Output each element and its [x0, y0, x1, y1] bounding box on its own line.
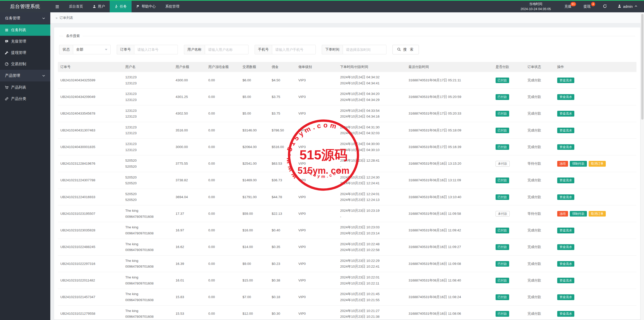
- frozen-cell: 0.00: [206, 172, 240, 189]
- order-status-cell: 完成付款: [525, 122, 555, 138]
- action-button-freeze[interactable]: 冻结: [557, 161, 568, 167]
- user-name-filter: 用户名称: [184, 45, 249, 54]
- user-cell: 123123123123: [123, 139, 173, 155]
- nav-item-system[interactable]: 系统管理: [160, 1, 184, 12]
- table-row: UB24102404300018351231231231233000.000.0…: [58, 139, 636, 155]
- person-icon: [618, 4, 621, 9]
- recharge-badge: 91: [571, 2, 576, 6]
- frozen-cell: 0.00: [206, 155, 240, 172]
- action-button-freeze[interactable]: 冻结: [557, 211, 568, 217]
- action-button-fund-flow[interactable]: 资金流水: [557, 244, 574, 250]
- sidebar-item-product-list[interactable]: 产品列表: [0, 82, 50, 93]
- header: 后台管理系统 后台首页用户任务帮助中心系统管理 当地时间 2024-10-24 …: [0, 1, 644, 12]
- breadcrumb-label: 订单列表: [60, 16, 73, 20]
- paid-status-badge: 已付款: [496, 311, 509, 317]
- action-button-fund-flow[interactable]: 资金流水: [557, 311, 574, 317]
- action-button-fund-flow[interactable]: 资金流水: [557, 94, 574, 100]
- action-button-fund-flow[interactable]: 资金流水: [557, 111, 574, 117]
- scrollbar-thumb[interactable]: [641, 14, 643, 120]
- action-button-fund-flow[interactable]: 资金流水: [557, 144, 574, 150]
- order-status-cell: 完成付款: [525, 255, 555, 272]
- action-button-fund-flow[interactable]: 资金流水: [557, 78, 574, 83]
- hamburger-icon: [55, 5, 59, 9]
- nav-item-tasks[interactable]: 任务: [110, 1, 132, 12]
- user-menu[interactable]: admin: [613, 1, 644, 12]
- paid-status-badge: 已付款: [496, 94, 509, 100]
- user-name-input[interactable]: [205, 48, 248, 52]
- order-no-input[interactable]: [134, 48, 178, 52]
- recharge-button[interactable]: 充值 91: [558, 1, 578, 12]
- action-button-fund-flow[interactable]: 资金流水: [557, 128, 574, 133]
- action-button-fund-flow[interactable]: 资金流水: [557, 261, 574, 267]
- user-cell: 520520520520: [123, 172, 173, 189]
- refresh-button[interactable]: [597, 1, 613, 12]
- actions-cell: 冻结强制付款取消订单: [555, 205, 636, 222]
- level-cell: VIP0: [296, 289, 338, 305]
- action-button-force-pay[interactable]: 强制付款: [570, 161, 587, 167]
- action-button-cancel-order[interactable]: 取消订单: [589, 161, 606, 167]
- sidebar-item-trade-control[interactable]: 交易控制: [0, 58, 50, 70]
- vertical-scrollbar[interactable]: [640, 12, 644, 320]
- nav-item-users[interactable]: 用户: [88, 1, 110, 12]
- nav-item-home[interactable]: 后台首页: [64, 1, 88, 12]
- order-time-cell: 2024年10月24日 04:34:322024年10月24日 04:34:41: [338, 72, 406, 89]
- order-no-cell: UB2410240430001835: [58, 139, 123, 155]
- order-no-cell: UB2410231023195507: [58, 205, 123, 222]
- last-pay-cell: 31688740531年08月16日 11:09:42: [406, 222, 493, 239]
- status-filter: 状态 全部: [59, 45, 111, 54]
- sidebar-group-task-management[interactable]: 任务管理: [0, 12, 50, 24]
- user-cell: 123123123123: [123, 105, 173, 122]
- balance-cell: 15.53: [173, 305, 206, 319]
- order-no-cell: UB2410231224307788: [58, 172, 123, 189]
- last-pay-cell: 31688740531年08月16日 11:08:24: [406, 289, 493, 305]
- sidebar-item-product-category[interactable]: 产品分类: [0, 93, 50, 104]
- action-button-fund-flow[interactable]: 资金流水: [557, 294, 574, 300]
- menu-toggle[interactable]: [50, 1, 64, 12]
- order-no-cell: UB2410231022297316: [58, 255, 123, 272]
- order-status-cell: 等待付款: [525, 155, 555, 172]
- sidebar-group-product-management[interactable]: 产品管理: [0, 70, 50, 82]
- order-status-cell: 完成付款: [525, 222, 555, 239]
- action-button-fund-flow[interactable]: 资金流水: [557, 278, 574, 283]
- sidebar-item-withdraw-management[interactable]: 提现管理: [0, 47, 50, 58]
- frozen-cell: 0.00: [206, 72, 240, 89]
- actions-cell: 冻结强制付款取消订单: [555, 155, 636, 172]
- withdraw-button[interactable]: 提现 4: [578, 1, 597, 12]
- cart-icon: [5, 86, 9, 89]
- actions-cell: 资金流水: [555, 122, 636, 138]
- search-button[interactable]: 搜 索: [392, 45, 419, 54]
- last-pay-cell: 31688740531年08月16日 11:08:06: [406, 305, 493, 319]
- order-no-label: 订单号: [117, 45, 134, 54]
- phone-input[interactable]: [272, 48, 315, 52]
- commission-cell: $63.53: [269, 155, 296, 172]
- amount-cell: $9.00: [240, 255, 269, 272]
- order-no-cell: UB2410231022488245: [58, 239, 123, 255]
- frozen-cell: 0.00: [206, 272, 240, 289]
- nav-item-help-center[interactable]: 帮助中心: [132, 1, 160, 12]
- table-row: UB2410231022488245The king00964780970160…: [58, 239, 636, 255]
- action-button-cancel-order[interactable]: 取消订单: [589, 211, 606, 217]
- action-button-fund-flow[interactable]: 资金流水: [557, 177, 574, 183]
- link-icon: [5, 97, 9, 101]
- order-time-cell: 2024年10月24日 04:31:302024年10月24日 04:32:03: [338, 122, 406, 138]
- table-row: UB2410231021457347The king00964780970160…: [58, 289, 636, 305]
- main-content: » 订单列表 条件搜索 状态 全部 订单号用户名称手机号下单时间 搜: [50, 12, 644, 320]
- sidebar-item-task-list[interactable]: 任务列表: [0, 24, 50, 36]
- table-row: UB2410231022011482The king00964780970160…: [58, 272, 636, 289]
- column-header: 用户名: [123, 62, 173, 72]
- action-button-fund-flow[interactable]: 资金流水: [557, 228, 574, 233]
- action-button-force-pay[interactable]: 强制付款: [570, 211, 587, 217]
- column-header: 佣金: [269, 62, 296, 72]
- balance-cell: 3738.82: [173, 172, 206, 189]
- search-fieldset: 条件搜索 状态 全部 订单号用户名称手机号下单时间 搜 索: [59, 36, 635, 54]
- last-pay-cell: 31688740531年08月16日 13:15:20: [406, 155, 493, 172]
- breadcrumb-sep: »: [56, 16, 58, 20]
- order-time-label: 下单时间: [322, 45, 343, 54]
- paid-cell: 已付款: [493, 122, 525, 138]
- order-time-input[interactable]: [343, 48, 386, 52]
- order-status-cell: 完成付款: [525, 272, 555, 289]
- sidebar-item-recharge-management[interactable]: 充值管理: [0, 36, 50, 47]
- column-header: 是否付款: [493, 62, 525, 72]
- action-button-fund-flow[interactable]: 资金流水: [557, 194, 574, 200]
- status-select[interactable]: 全部: [73, 45, 111, 54]
